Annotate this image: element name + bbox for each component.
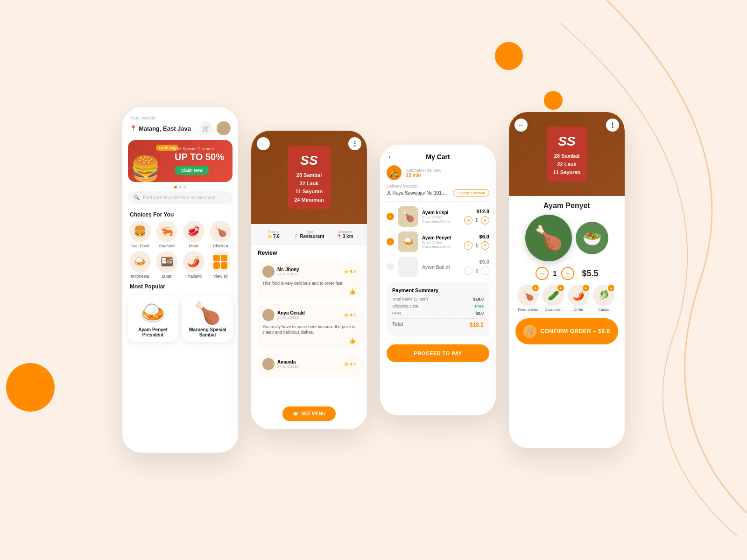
total-row: Total $18.2 (392, 322, 484, 328)
delivery-time: 15 min (406, 173, 442, 178)
banner-dots (122, 186, 238, 189)
cart-item-1: ✓ 🍗 Ayam krispi Fried Chiken Cucumber,Ch… (387, 206, 489, 227)
cart-item-2-decrement[interactable]: − (464, 241, 472, 250)
cart-item-3-decrement[interactable]: − (464, 266, 472, 275)
phone-2: SS 28 Sambal22 Lauk11 Sayuran24 Minuman … (251, 131, 367, 429)
cart-item-1-qty: 1 (475, 218, 478, 223)
shipping-cost-row: Shipping Cost Free (392, 304, 484, 308)
view-all-label: View all (213, 274, 228, 279)
popular-item-1-image: 🍛 (140, 300, 166, 325)
seafood-icon: 🦐 (156, 221, 177, 242)
promo-banner[interactable]: 🍔 s.d 30 July Get Special Discount UP TO… (128, 140, 233, 182)
confirm-cart-icon: 🛒 (523, 325, 536, 338)
delivery-estimation: 🛵 Estimation delivery 15 min (387, 165, 489, 180)
review-1-like-icon[interactable]: 👍 (262, 288, 356, 295)
fast-food-label: Fast Food (130, 244, 149, 248)
cart-item-2-image: 🍛 (398, 231, 418, 252)
category-japan[interactable]: 🍱 Japan (155, 251, 179, 279)
chicken-label: Chicken (213, 244, 228, 248)
payment-title: Payment Summary (392, 287, 484, 293)
proceed-to-pay-button[interactable]: PROCEED TO PAY (387, 344, 489, 362)
type-label: Type (305, 230, 313, 234)
addon-fried-chiken[interactable]: 🍗 + Fried chiken (517, 285, 539, 312)
phone4-more-button[interactable]: ⋮ (606, 119, 619, 132)
category-seafood[interactable]: 🦐 Seafood (155, 221, 179, 248)
japan-icon: 🍱 (156, 251, 177, 273)
cart-icon-button[interactable]: 🛒 (199, 121, 213, 135)
cart-item-3-increment[interactable]: + (481, 266, 489, 275)
star-icon-review-2: ⭐ (344, 313, 349, 317)
confirm-order-label: CONFIRM ORDER – $6.6 (540, 328, 610, 335)
dish-name: Ayam Penyet (515, 202, 618, 210)
food-display: 🍗 🥗 (515, 215, 618, 261)
reviewer-3-date: 24 July 2022 (277, 364, 298, 369)
popular-item-2[interactable]: 🍗 Waroeng Spesial Sambal (183, 295, 233, 342)
change-location-button[interactable]: Change Location (453, 189, 490, 196)
category-indonesia[interactable]: 🍛 Indonesia (128, 251, 152, 279)
addon-chilie[interactable]: 🌶️ + Chilie (568, 285, 589, 312)
category-thailand[interactable]: 🌶️ Thailand (182, 251, 206, 279)
addon-fried-chiken-plus: + (532, 285, 539, 291)
star-icon-review-3: ⭐ (344, 362, 349, 366)
category-chicken[interactable]: 🍗 Chicken (209, 221, 233, 248)
cart-item-3-check[interactable] (387, 263, 394, 271)
user-avatar[interactable] (217, 121, 231, 135)
reviewer-1-name: Mr. Jhony (277, 267, 299, 272)
cart-back-button[interactable]: ← (388, 153, 394, 161)
addons-list: 🍗 + Fried chiken 🥒 + Cucumber 🌶️ + (515, 285, 618, 312)
rating-label: Rating (268, 230, 279, 234)
cart-item-1-check[interactable]: ✓ (387, 213, 394, 220)
type-info: Type 🍴 Restaurant (294, 230, 325, 239)
category-fast-food[interactable]: 🍔 Fast Food (128, 221, 152, 248)
restaurant-sign: SS 28 Sambal22 Lauk11 Sayuran24 Minuman (288, 146, 331, 209)
more-options-button[interactable]: ⋮ (348, 137, 361, 150)
phone-1: Your Location 📍 Malang, East Java 🛒 🍔 s.… (122, 107, 238, 453)
reviewer-1-rating: ⭐ 5.0 (344, 269, 356, 274)
dot-3 (183, 186, 186, 189)
addon-cabbage[interactable]: 🥬 + Cabbc (593, 285, 614, 312)
cart-item-1-image: 🍗 (398, 206, 418, 227)
phone4-back-button[interactable]: ← (514, 119, 528, 132)
distance-info: Distance 📍 3 km (329, 230, 360, 239)
reviews-section: Review Mr. Jhony 24 July 2022 ⭐ 5.0 (251, 245, 367, 387)
see-menu-icon: 🍽️ (293, 411, 298, 416)
reviewer-2-name: Anya Gerald (277, 310, 305, 315)
cart-item-2-increment[interactable]: + (481, 241, 489, 250)
total-items-value: $18.0 (473, 297, 484, 301)
distance-value: 📍 3 km (337, 234, 353, 239)
distance-label: Distance (338, 230, 352, 234)
dish-increment-button[interactable]: + (561, 267, 574, 280)
back-button[interactable]: ← (257, 137, 270, 150)
rating-value: ⭐ 7.6 (267, 234, 280, 239)
indonesia-label: Indonesia (131, 274, 149, 279)
cart-item-1-name: Ayam krispi (422, 210, 460, 215)
location-text: Malang, East Java (139, 125, 191, 132)
cart-item-2-check[interactable]: ✓ (387, 238, 394, 245)
category-meat[interactable]: 🥩 Meat (182, 221, 206, 248)
reviewer-1-avatar (262, 266, 275, 278)
svg-point-0 (495, 42, 523, 70)
search-icon: 🔍 (134, 195, 140, 201)
addon-cucumber[interactable]: 🥒 + Cucumber (543, 285, 564, 312)
addon-chilie-label: Chilie (574, 308, 583, 312)
category-view-all[interactable]: View all (209, 251, 233, 279)
svg-point-1 (544, 91, 563, 110)
restaurant-info-row: Rating ⭐ 7.6 Type 🍴 Restaurant Distance … (251, 224, 367, 245)
dish-decrement-button[interactable]: − (536, 267, 549, 280)
total-value: $18.2 (470, 322, 484, 328)
location-label: Your Location (130, 116, 231, 120)
cart-item-1-decrement[interactable]: − (464, 216, 472, 224)
confirm-order-button[interactable]: 🛒 CONFIRM ORDER – $6.6 (515, 318, 618, 344)
popular-item-1[interactable]: 🍛 Ayam Penyet President (128, 295, 178, 342)
star-icon-review-1: ⭐ (344, 269, 349, 274)
search-bar[interactable]: 🔍 Find your favorite food or merchant... (128, 191, 233, 204)
see-menu-button[interactable]: 🍽️ SEE MENU (282, 406, 336, 421)
claim-now-button[interactable]: Claim Now (175, 166, 209, 175)
reviewer-3-name: Amanda (277, 359, 298, 364)
cart-item-3: Ayam Bali di $5.0 − 2 + (387, 257, 489, 277)
reviewer-2-avatar (262, 309, 275, 321)
phone4-restaurant-sign: SS 28 Sambal22 Lauk11 Sayuran (547, 126, 587, 182)
dish-price: $5.5 (582, 269, 598, 279)
cart-item-1-increment[interactable]: + (481, 216, 489, 224)
review-2-like-icon[interactable]: 👍 (262, 337, 356, 344)
